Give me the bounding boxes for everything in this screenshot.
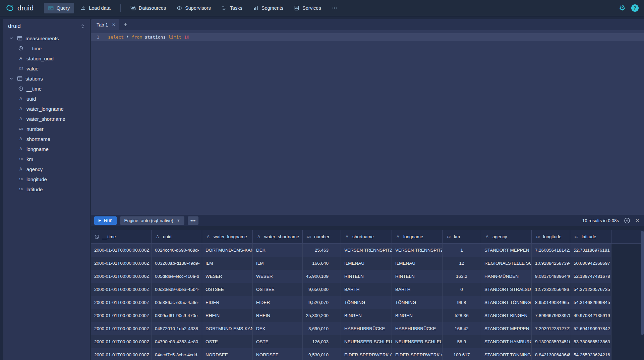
- tree-table-stations[interactable]: stations: [3, 73, 90, 84]
- cell-latitude[interactable]: 49.970342135919: [570, 309, 611, 322]
- cell-longname[interactable]: EIDER-SPERRWERK AP: [392, 348, 443, 360]
- tree-column-water_longname[interactable]: Awater_longname: [3, 104, 90, 114]
- cell-water_longname[interactable]: EIDER: [202, 296, 253, 309]
- tree-column-number[interactable]: 123number: [3, 124, 90, 134]
- column-header-agency[interactable]: Aagency: [481, 230, 532, 243]
- nav-services[interactable]: Services: [290, 3, 326, 13]
- cell-uuid[interactable]: 00c33ed9-6bea-45b4-: [152, 283, 202, 296]
- cell-km[interactable]: 109.617: [443, 348, 481, 360]
- cell-shortname[interactable]: BARTH: [341, 283, 392, 296]
- cell-longitude[interactable]: 8.9501490349657: [532, 296, 570, 309]
- nav-more[interactable]: [328, 3, 342, 13]
- cell-agency[interactable]: STANDORT MEPPEN: [481, 244, 532, 257]
- cell-agency[interactable]: REGIONALSTELLE SUHL: [481, 257, 532, 270]
- settings-gear-icon[interactable]: ⚙: [619, 4, 626, 12]
- cell-__time[interactable]: 2000-01-01T00:00:00.000Z: [91, 270, 152, 283]
- nav-segments[interactable]: Segments: [249, 3, 288, 13]
- cell-latitude[interactable]: 52.731186976181: [570, 244, 611, 257]
- cell-number[interactable]: 9,520,070: [303, 296, 341, 309]
- column-header-km[interactable]: 1.0km: [443, 230, 481, 243]
- cell-longitude[interactable]: 7.2608564181421: [532, 244, 570, 257]
- cell-water_shortname[interactable]: OSTSEE: [253, 283, 303, 296]
- cell-agency[interactable]: STANDORT BINGEN: [481, 309, 532, 322]
- tree-table-measurements[interactable]: measurements: [3, 33, 90, 43]
- cell-longitude[interactable]: 7.8996679633975: [532, 309, 570, 322]
- table-row[interactable]: 2000-01-01T00:00:00.000Z005dfdae-efcc-41…: [91, 270, 611, 283]
- tree-column-station_uuid[interactable]: Astation_uuid: [3, 53, 90, 63]
- column-header-water_shortname[interactable]: Awater_shortname: [253, 230, 303, 243]
- table-row[interactable]: 2000-01-01T00:00:00.000Z0309cd61-90c9-47…: [91, 309, 611, 322]
- table-row[interactable]: 2000-01-01T00:00:00.000Z04572010-1db2-43…: [91, 322, 611, 335]
- cell-water_shortname[interactable]: DEK: [253, 322, 303, 335]
- cell-km[interactable]: 166.42: [443, 322, 481, 335]
- add-tab-button[interactable]: +: [119, 19, 131, 30]
- cell-longname[interactable]: VERSEN TRENNSPITZE: [392, 244, 443, 257]
- nav-load-data[interactable]: Load data: [76, 3, 115, 13]
- cell-longitude[interactable]: 7.2929122812727: [532, 322, 570, 335]
- cell-latitude[interactable]: 53.780686513863: [570, 335, 611, 348]
- column-header-__time[interactable]: __time: [91, 230, 152, 243]
- cell-uuid[interactable]: 00e386ac-e35c-4a6e-: [152, 296, 202, 309]
- cell-uuid[interactable]: 04790e03-4353-4e80-: [152, 335, 202, 348]
- column-header-longname[interactable]: Alongname: [392, 230, 443, 243]
- cell-water_longname[interactable]: NORDSEE: [202, 348, 253, 360]
- cell-water_shortname[interactable]: EIDER: [253, 296, 303, 309]
- cell-agency[interactable]: HANN-MÜNDEN: [481, 270, 532, 283]
- table-row[interactable]: 2000-01-01T00:00:00.000Z003200ab-d138-49…: [91, 257, 611, 270]
- cell-latitude[interactable]: 54.371220576735: [570, 283, 611, 296]
- cell-longitude[interactable]: 12.723220564867: [532, 283, 570, 296]
- close-results-icon[interactable]: ×: [635, 217, 639, 224]
- brand[interactable]: druid: [5, 3, 34, 12]
- cell-longitude[interactable]: 9.1309035974510: [532, 335, 570, 348]
- cell-longname[interactable]: TÖNNING: [392, 296, 443, 309]
- cell-agency[interactable]: STANDORT STRALSUND: [481, 283, 532, 296]
- cell-__time[interactable]: 2000-01-01T00:00:00.000Z: [91, 244, 152, 257]
- cell-__time[interactable]: 2000-01-01T00:00:00.000Z: [91, 348, 152, 360]
- nav-datasources[interactable]: Datasources: [126, 3, 170, 13]
- tree-column-__time[interactable]: __time: [3, 84, 90, 94]
- cell-shortname[interactable]: RINTELN: [341, 270, 392, 283]
- cell-uuid[interactable]: 0309cd61-90c9-470e-: [152, 309, 202, 322]
- cell-agency[interactable]: STANDORT TÖNNING: [481, 296, 532, 309]
- tree-column-latitude[interactable]: 1.0latitude: [3, 184, 90, 194]
- cell-__time[interactable]: 2000-01-01T00:00:00.000Z: [91, 257, 152, 270]
- cell-longname[interactable]: ILMENAU: [392, 257, 443, 270]
- cell-shortname[interactable]: NEUENSEER SCHLEUSE: [341, 335, 392, 348]
- scrollbar[interactable]: [641, 230, 644, 360]
- tree-column-km[interactable]: 1.0km: [3, 154, 90, 164]
- cell-agency[interactable]: STANDORT HAMBURG: [481, 335, 532, 348]
- cell-km[interactable]: 12: [443, 257, 481, 270]
- help-icon[interactable]: ?: [631, 4, 639, 12]
- cell-__time[interactable]: 2000-01-01T00:00:00.000Z: [91, 296, 152, 309]
- tree-column-longname[interactable]: Alongname: [3, 144, 90, 154]
- cell-water_shortname[interactable]: DEK: [253, 244, 303, 257]
- cell-number[interactable]: 9,650,030: [303, 283, 341, 296]
- cell-longitude[interactable]: 9.0817049396446: [532, 270, 570, 283]
- column-header-longitude[interactable]: 1.0longitude: [532, 230, 570, 243]
- sort-icon[interactable]: [80, 24, 85, 29]
- cell-water_shortname[interactable]: OSTE: [253, 335, 303, 348]
- cell-shortname[interactable]: TÖNNING: [341, 296, 392, 309]
- table-row[interactable]: 2000-01-01T00:00:00.000Z00e386ac-e35c-4a…: [91, 296, 611, 309]
- cell-water_longname[interactable]: OSTSEE: [202, 283, 253, 296]
- cell-uuid[interactable]: 0024cc40-d690-468d-: [152, 244, 202, 257]
- cell-km[interactable]: 528.36: [443, 309, 481, 322]
- cell-water_longname[interactable]: RHEIN: [202, 309, 253, 322]
- cell-water_shortname[interactable]: NORDSEE: [253, 348, 303, 360]
- cell-number[interactable]: 9,530,010: [303, 348, 341, 360]
- column-header-shortname[interactable]: Ashortname: [341, 230, 392, 243]
- more-options-button[interactable]: •••: [188, 216, 198, 225]
- cell-latitude[interactable]: 54.265923624216: [570, 348, 611, 360]
- cell-number[interactable]: 3,690,010: [303, 322, 341, 335]
- cell-water_longname[interactable]: OSTE: [202, 335, 253, 348]
- cell-number[interactable]: 45,900,109: [303, 270, 341, 283]
- cell-latitude[interactable]: 50.680942368697: [570, 257, 611, 270]
- cell-longname[interactable]: RINTELN: [392, 270, 443, 283]
- nav-tasks[interactable]: Tasks: [217, 3, 247, 13]
- cell-number[interactable]: 25,300,200: [303, 309, 341, 322]
- cell-longname[interactable]: BINGEN: [392, 309, 443, 322]
- column-header-uuid[interactable]: Auuid: [152, 230, 202, 243]
- column-header-water_longname[interactable]: Awater_longname: [202, 230, 253, 243]
- download-icon[interactable]: [624, 217, 630, 224]
- nav-supervisors[interactable]: Supervisors: [172, 3, 215, 13]
